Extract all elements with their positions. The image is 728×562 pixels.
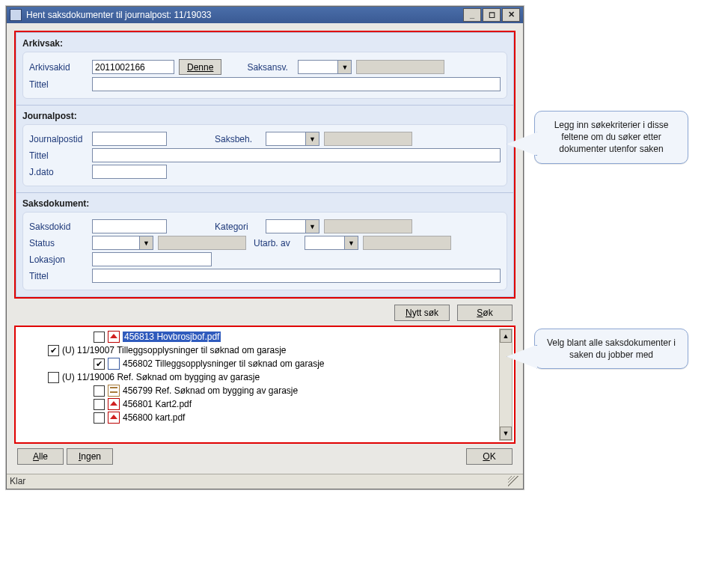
arkivsak-group: Arkivsak: Arkivsakid Denne Saksansv. ▼ bbox=[16, 32, 514, 106]
close-button[interactable]: ✕ bbox=[502, 8, 520, 22]
utarbav-input[interactable] bbox=[305, 236, 344, 249]
tree-label[interactable]: 456801 Kart2.pdf bbox=[123, 399, 192, 409]
lokasjon-input[interactable] bbox=[92, 252, 212, 266]
saksbeh-lookup[interactable] bbox=[324, 132, 412, 146]
callout-select: Velg blant alle saksdokumenter i saken d… bbox=[534, 329, 688, 369]
callout-search: Legg inn søkekriterier i disse feltene o… bbox=[534, 111, 688, 164]
journalpost-title: Journalpost: bbox=[22, 109, 507, 124]
scroll-up-icon[interactable]: ▲ bbox=[500, 329, 512, 343]
tree-row[interactable]: -(U) 11/19006 Ref. Søknad om bygging av … bbox=[19, 370, 498, 384]
arkivsak-tittel-label: Tittel bbox=[29, 79, 88, 90]
kategori-input[interactable] bbox=[266, 220, 305, 233]
sok-button[interactable]: Søk bbox=[457, 305, 513, 321]
tree-label[interactable]: 456799 Ref. Søknad om bygging av garasje bbox=[123, 385, 298, 396]
saksdokid-label: Saksdokid bbox=[29, 222, 88, 232]
status-text: Klar bbox=[10, 476, 25, 486]
saksbeh-label: Saksbeh. bbox=[215, 134, 261, 144]
result-tree: 456813 Hovbrosjbof.pdf-(U) 11/19007 Till… bbox=[14, 326, 516, 444]
saksansv-combo[interactable]: ▼ bbox=[298, 60, 352, 74]
ok-button[interactable]: OK bbox=[466, 448, 513, 465]
saksdokument-tittel-input[interactable] bbox=[92, 269, 501, 283]
maximize-button[interactable]: ◻ bbox=[483, 8, 501, 22]
scrollbar[interactable]: ▲ ▼ bbox=[499, 329, 513, 441]
journalpostid-input[interactable] bbox=[92, 132, 167, 146]
kategori-lookup[interactable] bbox=[324, 219, 412, 233]
saksdokument-group: Saksdokument: Saksdokid Kategori ▼ bbox=[16, 193, 514, 297]
utarbav-label: Utarb. av bbox=[254, 238, 300, 248]
utarbav-combo[interactable]: ▼ bbox=[305, 236, 358, 250]
checkbox[interactable] bbox=[94, 399, 105, 410]
saksansv-label: Saksansv. bbox=[247, 62, 293, 73]
status-label: Status bbox=[29, 238, 88, 248]
chevron-down-icon[interactable]: ▼ bbox=[305, 220, 319, 233]
saksansv-lookup[interactable] bbox=[356, 60, 444, 74]
saksdokid-input[interactable] bbox=[92, 219, 167, 233]
chevron-down-icon[interactable]: ▼ bbox=[344, 236, 358, 249]
tree-label[interactable]: (U) 11/19007 Tilleggsopplysninger til sø… bbox=[62, 345, 287, 355]
checkbox[interactable] bbox=[94, 412, 105, 424]
scroll-down-icon[interactable]: ▼ bbox=[500, 427, 512, 440]
chevron-down-icon[interactable]: ▼ bbox=[305, 132, 319, 145]
lokasjon-label: Lokasjon bbox=[29, 254, 88, 265]
app-window: Hent saksdokumenter til journalpost: 11/… bbox=[6, 6, 524, 489]
tree-row[interactable]: 456800 kart.pdf bbox=[19, 411, 498, 424]
checkbox[interactable] bbox=[94, 385, 105, 397]
checkbox[interactable] bbox=[94, 332, 105, 343]
arkivsak-title: Arkivsak: bbox=[22, 36, 507, 52]
expander-icon[interactable]: - bbox=[14, 346, 15, 355]
tree-row[interactable]: 456799 Ref. Søknad om bygging av garasje bbox=[19, 384, 498, 397]
status-combo[interactable]: ▼ bbox=[92, 236, 153, 250]
tree-row[interactable]: 456802 Tilleggsopplysninger til søknad o… bbox=[19, 357, 498, 370]
tree-label[interactable]: 456800 kart.pdf bbox=[123, 412, 185, 423]
tree-label[interactable]: (U) 11/19006 Ref. Søknad om bygging av g… bbox=[62, 372, 260, 382]
journalpost-tittel-input[interactable] bbox=[92, 148, 501, 162]
checkbox[interactable] bbox=[48, 345, 59, 356]
checkbox[interactable] bbox=[48, 372, 59, 383]
app-icon bbox=[10, 9, 22, 21]
pdf-icon bbox=[108, 331, 120, 343]
kategori-label: Kategori bbox=[215, 222, 261, 232]
saksbeh-input[interactable] bbox=[266, 132, 305, 145]
tree-label[interactable]: 456802 Tilleggsopplysninger til søknad o… bbox=[123, 358, 325, 369]
expander-icon[interactable]: - bbox=[14, 373, 15, 382]
denne-button[interactable]: Denne bbox=[179, 59, 221, 75]
arkivsak-tittel-input[interactable] bbox=[92, 77, 501, 91]
window-title: Hent saksdokumenter til journalpost: 11/… bbox=[26, 10, 462, 20]
jdato-input[interactable] bbox=[92, 165, 167, 179]
search-criteria-panel: Arkivsak: Arkivsakid Denne Saksansv. ▼ bbox=[14, 31, 516, 299]
resize-grip-icon[interactable] bbox=[508, 476, 519, 486]
jdato-label: J.dato bbox=[29, 167, 88, 177]
kategori-combo[interactable]: ▼ bbox=[266, 219, 319, 233]
saksansv-input[interactable] bbox=[299, 61, 337, 73]
doc-icon bbox=[108, 358, 120, 370]
minimize-button[interactable]: _ bbox=[463, 8, 481, 22]
tree-row[interactable]: 456813 Hovbrosjbof.pdf bbox=[19, 330, 498, 343]
pdf-icon bbox=[108, 398, 120, 410]
nytt-sok-button[interactable]: Nytt søk bbox=[394, 305, 450, 321]
saksbeh-combo[interactable]: ▼ bbox=[266, 132, 319, 146]
tree-row[interactable]: 456801 Kart2.pdf bbox=[19, 397, 498, 411]
saksdokument-title: Saksdokument: bbox=[22, 196, 507, 212]
statusbar: Klar bbox=[7, 474, 523, 489]
status-lookup[interactable] bbox=[158, 236, 246, 250]
alle-button[interactable]: Alle bbox=[17, 448, 64, 465]
pdf-icon bbox=[108, 412, 120, 424]
utarbav-lookup[interactable] bbox=[363, 236, 451, 250]
titlebar: Hent saksdokumenter til journalpost: 11/… bbox=[7, 7, 523, 23]
journalpost-group: Journalpost: Journalpostid Saksbeh. ▼ bbox=[16, 106, 514, 193]
chevron-down-icon[interactable]: ▼ bbox=[337, 61, 351, 73]
annotations: Legg inn søkekriterier i disse feltene o… bbox=[534, 6, 688, 369]
arkivsakid-input[interactable] bbox=[92, 60, 174, 74]
tree-label[interactable]: 456813 Hovbrosjbof.pdf bbox=[123, 332, 221, 342]
checkbox[interactable] bbox=[94, 358, 105, 370]
status-input[interactable] bbox=[93, 236, 139, 249]
txt-icon bbox=[108, 385, 120, 397]
journalpostid-label: Journalpostid bbox=[29, 134, 88, 144]
journalpost-tittel-label: Tittel bbox=[29, 150, 88, 161]
arkivsakid-label: Arkivsakid bbox=[29, 62, 88, 73]
chevron-down-icon[interactable]: ▼ bbox=[139, 236, 153, 249]
tree-row[interactable]: -(U) 11/19007 Tilleggsopplysninger til s… bbox=[19, 343, 498, 357]
saksdokument-tittel-label: Tittel bbox=[29, 271, 88, 281]
ingen-button[interactable]: Ingen bbox=[67, 448, 113, 465]
